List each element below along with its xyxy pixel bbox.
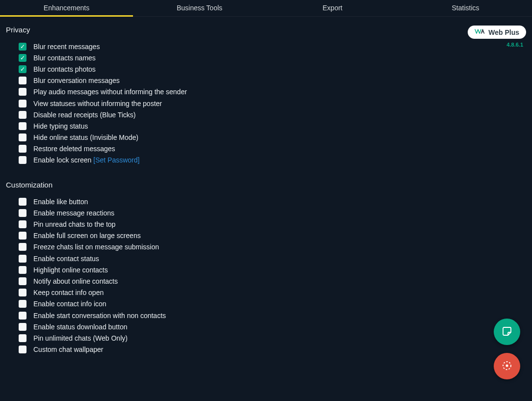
option-row: Enable contact info icon <box>19 298 526 310</box>
option-label[interactable]: Pin unread chats to the top <box>33 220 115 228</box>
option-row: Pin unlimited chats (Web Only) <box>19 332 526 344</box>
section-title-customization: Customization <box>6 181 526 189</box>
checkbox[interactable] <box>19 122 27 130</box>
option-row: Enable status download button <box>19 321 526 332</box>
checkbox[interactable] <box>19 111 27 119</box>
checkbox[interactable] <box>19 77 27 84</box>
option-label[interactable]: Pin unlimited chats (Web Only) <box>33 334 128 342</box>
option-label[interactable]: View statuses without informing the post… <box>33 100 162 107</box>
option-row: Blur conversation messages <box>19 75 526 86</box>
option-label[interactable]: Blur recent messages <box>33 43 100 51</box>
option-label[interactable]: Notify about online contacts <box>33 277 118 285</box>
checkbox[interactable] <box>19 243 27 251</box>
option-label[interactable]: Hide typing status <box>33 122 88 130</box>
checkbox[interactable] <box>19 334 27 342</box>
option-label[interactable]: Enable start conversation with non conta… <box>33 312 166 320</box>
option-row: Pin unread chats to the top <box>19 218 526 230</box>
option-row: Disable read receipts (Blue Ticks) <box>19 109 526 120</box>
option-label[interactable]: Enable full screen on large screens <box>33 232 141 240</box>
checkbox[interactable] <box>19 145 27 153</box>
section-title-privacy: Privacy <box>6 26 526 34</box>
checkbox[interactable] <box>19 198 27 206</box>
option-row: Enable like button <box>19 196 526 207</box>
option-row: ✓Blur contacts photos <box>19 63 526 75</box>
checkbox[interactable] <box>19 346 27 353</box>
sticker-icon <box>501 325 513 339</box>
brand-badge-wrap: Web Plus 4.8.6.1 <box>468 26 526 48</box>
content-area: Privacy ✓Blur recent messages✓Blur conta… <box>0 17 532 355</box>
option-label[interactable]: Blur contacts photos <box>33 65 96 73</box>
option-row: Hide online status (Invisible Mode) <box>19 132 526 143</box>
checkbox[interactable] <box>19 277 27 285</box>
checkbox[interactable]: ✓ <box>19 65 27 73</box>
option-row: Custom chat wallpaper <box>19 344 526 355</box>
option-row: Enable start conversation with non conta… <box>19 310 526 321</box>
option-row: Enable lock screen[Set Password] <box>19 155 526 166</box>
brand-badge[interactable]: Web Plus <box>468 26 526 39</box>
privacy-options-list: ✓Blur recent messages✓Blur contacts name… <box>6 41 526 166</box>
option-label[interactable]: Disable read receipts (Blue Ticks) <box>33 111 136 119</box>
svg-point-1 <box>506 364 508 367</box>
option-row: Play audio messages without informing th… <box>19 86 526 98</box>
version-label: 4.8.6.1 <box>468 42 526 48</box>
option-row: Enable contact status <box>19 253 526 264</box>
target-icon <box>501 360 513 373</box>
option-row: Notify about online contacts <box>19 275 526 287</box>
option-label[interactable]: Blur contacts names <box>33 54 96 62</box>
option-row: Enable message reactions <box>19 207 526 218</box>
tab-bar: EnhancementsBusiness ToolsExportStatisti… <box>0 0 532 17</box>
checkbox[interactable] <box>19 156 27 164</box>
sticker-fab-button[interactable] <box>494 319 520 345</box>
record-fab-button[interactable] <box>494 353 520 379</box>
checkbox[interactable] <box>19 300 27 308</box>
checkbox[interactable] <box>19 266 27 274</box>
option-label[interactable]: Blur conversation messages <box>33 77 120 84</box>
option-label[interactable]: Highlight online contacts <box>33 266 108 274</box>
option-row: Hide typing status <box>19 120 526 132</box>
checkbox[interactable] <box>19 134 27 141</box>
option-label[interactable]: Enable like button <box>33 198 88 206</box>
set-password-link[interactable]: [Set Password] <box>93 156 139 164</box>
checkbox[interactable]: ✓ <box>19 54 27 62</box>
checkbox[interactable] <box>19 209 27 217</box>
option-label[interactable]: Keep contact info open <box>33 289 104 296</box>
option-label[interactable]: Freeze chats list on message submission <box>33 243 159 251</box>
checkbox[interactable] <box>19 289 27 296</box>
option-label[interactable]: Enable contact info icon <box>33 300 106 308</box>
option-row: ✓Blur recent messages <box>19 41 526 52</box>
checkbox[interactable] <box>19 312 27 320</box>
option-label[interactable]: Restore deleted messages <box>33 145 115 153</box>
option-label[interactable]: Custom chat wallpaper <box>33 346 103 353</box>
customization-options-list: Enable like buttonEnable message reactio… <box>6 196 526 355</box>
option-label[interactable]: Enable contact status <box>33 255 99 263</box>
option-label[interactable]: Hide online status (Invisible Mode) <box>33 134 138 141</box>
option-row: Keep contact info open <box>19 287 526 298</box>
tab-business-tools[interactable]: Business Tools <box>133 0 266 16</box>
option-row: View statuses without informing the post… <box>19 98 526 109</box>
option-label[interactable]: Enable lock screen[Set Password] <box>33 156 139 164</box>
checkbox[interactable] <box>19 323 27 331</box>
checkbox[interactable] <box>19 88 27 96</box>
tab-statistics[interactable]: Statistics <box>399 0 532 16</box>
option-row: ✓Blur contacts names <box>19 52 526 63</box>
checkbox[interactable] <box>19 100 27 107</box>
checkbox[interactable] <box>19 220 27 228</box>
option-row: Highlight online contacts <box>19 264 526 275</box>
option-label[interactable]: Enable status download button <box>33 323 127 331</box>
option-label[interactable]: Play audio messages without informing th… <box>33 88 187 96</box>
checkbox[interactable] <box>19 255 27 263</box>
option-label[interactable]: Enable message reactions <box>33 209 114 217</box>
checkbox[interactable] <box>19 232 27 240</box>
option-row: Restore deleted messages <box>19 143 526 155</box>
tab-enhancements[interactable]: Enhancements <box>0 0 133 16</box>
brand-badge-text: Web Plus <box>488 28 519 36</box>
option-row: Freeze chats list on message submission <box>19 241 526 253</box>
tab-export[interactable]: Export <box>266 0 399 16</box>
wa-logo-icon <box>475 28 485 36</box>
checkbox[interactable]: ✓ <box>19 43 27 51</box>
option-row: Enable full screen on large screens <box>19 230 526 241</box>
